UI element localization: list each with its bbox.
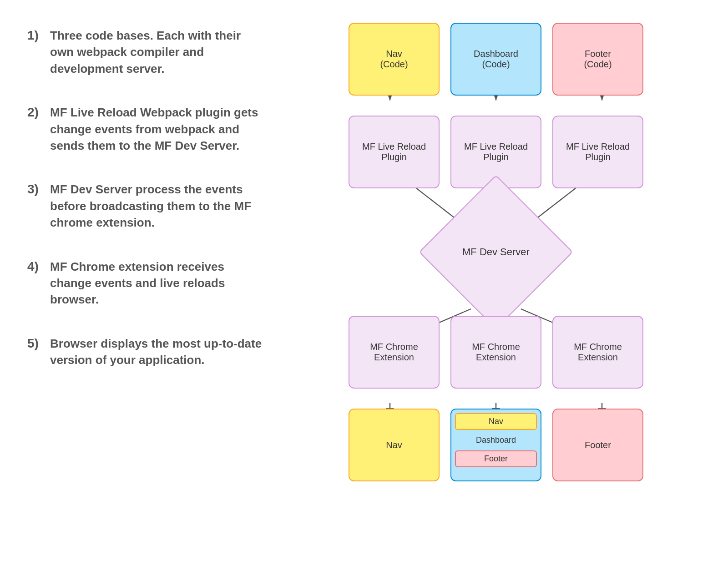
dashboard-extension-box: MF ChromeExtension — [450, 316, 541, 389]
dashboard-code-box: Dashboard(Code) — [450, 23, 541, 96]
step-4: 4) MF Chrome extension receives change e… — [27, 258, 264, 308]
footer-plugin-box: MF Live ReloadPlugin — [552, 116, 643, 188]
step-1: 1) Three code bases. Each with their own… — [27, 27, 264, 77]
step-text-5: Browser displays the most up-to-date ver… — [50, 335, 264, 369]
step-3: 3) MF Dev Server process the events befo… — [27, 181, 264, 231]
mf-dev-server-container: MF Dev Server — [337, 207, 655, 298]
nav-extension-box: MF ChromeExtension — [349, 316, 440, 389]
diagram-wrapper: Nav(Code) Dashboard(Code) Footer(Code) M… — [337, 23, 655, 481]
step-text-2: MF Live Reload Webpack plugin gets chang… — [50, 104, 264, 154]
row-codebases: Nav(Code) Dashboard(Code) Footer(Code) — [337, 23, 655, 96]
nav-plugin-box: MF Live ReloadPlugin — [349, 116, 440, 188]
step-5: 5) Browser displays the most up-to-date … — [27, 335, 264, 369]
step-number-2: 2) — [27, 104, 50, 120]
row-browsers: Nav Nav Dashboard Footer Footer — [337, 409, 655, 481]
inner-nav-label: Nav — [455, 413, 537, 430]
dashboard-browser-box: Nav Dashboard Footer — [450, 409, 541, 481]
footer-extension-box: MF ChromeExtension — [552, 316, 643, 389]
mf-dev-server-label: MF Dev Server — [462, 246, 530, 258]
step-text-4: MF Chrome extension receives change even… — [50, 258, 264, 308]
step-number-3: 3) — [27, 181, 50, 197]
step-number-1: 1) — [27, 27, 50, 43]
footer-browser-box: Footer — [552, 409, 643, 481]
step-text-3: MF Dev Server process the events before … — [50, 181, 264, 231]
right-panel: Nav(Code) Dashboard(Code) Footer(Code) M… — [264, 18, 701, 481]
step-number-4: 4) — [27, 258, 50, 274]
footer-code-box: Footer(Code) — [552, 23, 643, 96]
nav-browser-box: Nav — [349, 409, 440, 481]
inner-dashboard-label: Dashboard — [455, 433, 537, 448]
left-panel: 1) Three code bases. Each with their own… — [27, 18, 264, 395]
nav-code-box: Nav(Code) — [349, 23, 440, 96]
step-number-5: 5) — [27, 335, 50, 351]
step-2: 2) MF Live Reload Webpack plugin gets ch… — [27, 104, 264, 154]
step-text-1: Three code bases. Each with their own we… — [50, 27, 264, 77]
row-extensions: MF ChromeExtension MF ChromeExtension MF… — [337, 316, 655, 389]
inner-footer-label: Footer — [455, 450, 537, 467]
